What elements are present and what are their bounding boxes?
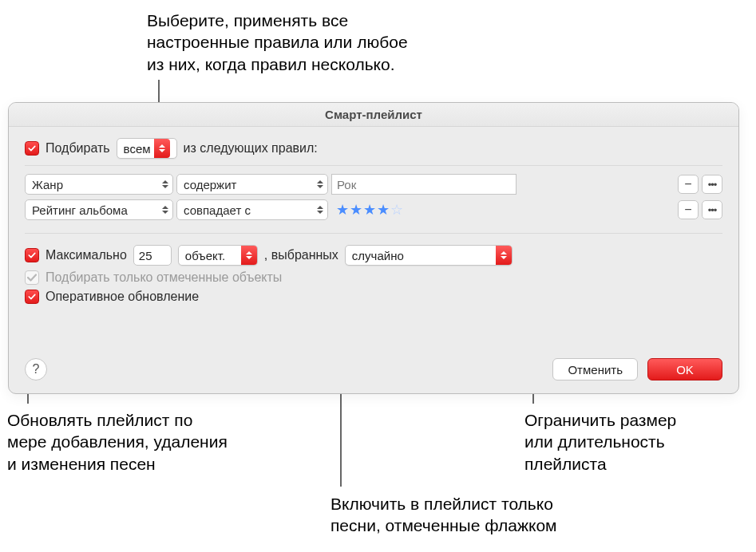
limit-count-input[interactable]: [133, 245, 172, 266]
annotation-only-checked: Включить в плейлист только песни, отмече…: [331, 493, 557, 537]
limit-unit-value: объект.: [185, 249, 228, 262]
rule-more-button[interactable]: •••: [702, 200, 722, 219]
rule-value-input[interactable]: [331, 174, 517, 195]
star-icon: ★: [336, 202, 350, 218]
live-update-row: Оперативное обновление: [25, 290, 722, 304]
ok-button[interactable]: OK: [647, 358, 722, 380]
match-label-before: Подбирать: [46, 141, 110, 156]
rule-stars-input[interactable]: ★★★★☆: [331, 201, 517, 219]
match-mode-popup[interactable]: всем: [117, 138, 177, 159]
help-button[interactable]: ?: [25, 358, 47, 380]
rule-field-value: Рейтинг альбома: [32, 203, 128, 217]
updown-icon: [158, 200, 172, 219]
match-mode-value: всем: [124, 142, 154, 156]
star-icon: ★: [350, 202, 363, 218]
updown-icon: [313, 200, 327, 219]
updown-icon: [154, 139, 170, 158]
rule-op-value: содержит: [184, 178, 236, 191]
window-title: Смарт-плейлист: [9, 103, 738, 127]
cancel-button[interactable]: Отменить: [552, 358, 638, 380]
rule-field-select[interactable]: Рейтинг альбома: [25, 199, 173, 220]
rule-row: Рейтинг альбома совпадает с ★★★★☆ − •••: [25, 199, 722, 220]
footer: ? Отменить OK: [25, 358, 722, 380]
updown-icon: [241, 246, 257, 265]
rule-op-select[interactable]: совпадает с: [176, 199, 328, 220]
live-update-checkbox[interactable]: [25, 290, 39, 304]
remove-rule-button[interactable]: −: [678, 175, 699, 194]
annotation-top: Выберите, применять все настроенные прав…: [147, 10, 408, 75]
match-label-after: из следующих правил:: [184, 141, 318, 156]
limit-method-popup[interactable]: случайно: [345, 245, 513, 266]
only-checked-label: Подбирать только отмеченные объекты: [46, 270, 282, 285]
annotation-limit: Ограничить размер или длительность плейл…: [524, 409, 676, 475]
limit-unit-popup[interactable]: объект.: [178, 245, 258, 266]
rule-row: Жанр содержит − •••: [25, 174, 722, 195]
limit-selected-label: , выбранных: [264, 248, 338, 262]
star-empty-icon: ☆: [390, 202, 404, 218]
updown-icon: [313, 175, 327, 194]
updown-icon: [496, 246, 512, 265]
rule-field-value: Жанр: [32, 178, 63, 191]
rule-more-button[interactable]: •••: [702, 175, 722, 194]
limit-label: Максимально: [46, 248, 127, 262]
match-checkbox[interactable]: [25, 141, 39, 156]
rule-op-select[interactable]: содержит: [176, 174, 328, 195]
star-icon: ★: [363, 202, 377, 218]
rule-op-value: совпадает с: [184, 203, 251, 217]
limit-row: Максимально объект. , выбранных случайно: [25, 245, 722, 266]
remove-rule-button[interactable]: −: [678, 200, 699, 219]
only-checked-checkbox: [25, 270, 39, 285]
match-row: Подбирать всем из следующих правил:: [25, 138, 722, 159]
rules-block: Жанр содержит − ••• Рейтинг альбома: [25, 165, 722, 234]
limit-checkbox[interactable]: [25, 248, 39, 262]
updown-icon: [158, 175, 172, 194]
annotation-live-update: Обновлять плейлист по мере добавления, у…: [7, 409, 228, 475]
star-icon: ★: [377, 202, 390, 218]
only-checked-row: Подбирать только отмеченные объекты: [25, 270, 722, 285]
limit-method-value: случайно: [352, 249, 407, 262]
live-update-label: Оперативное обновление: [46, 290, 199, 304]
rule-field-select[interactable]: Жанр: [25, 174, 173, 195]
smart-playlist-window: Смарт-плейлист Подбирать всем из следующ…: [8, 102, 739, 394]
